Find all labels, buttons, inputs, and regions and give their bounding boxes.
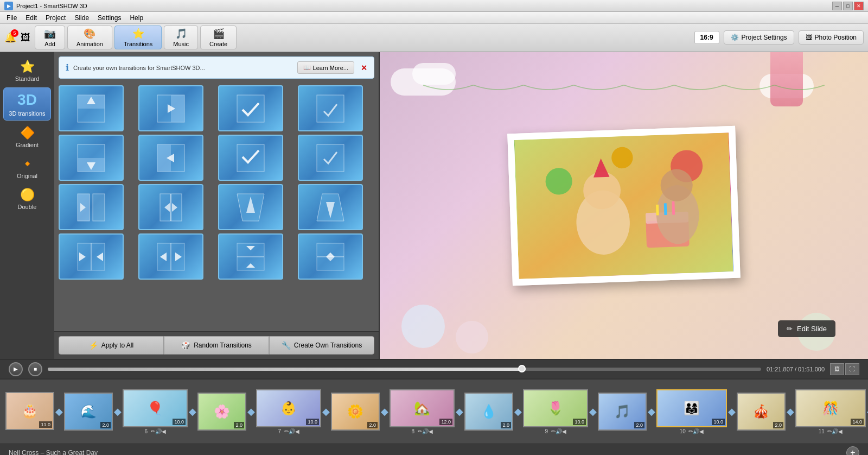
stop-button[interactable]: ■ <box>28 362 42 376</box>
film-thumb-selected[interactable]: 👨‍👩‍👧 10.0 <box>656 389 727 427</box>
category-original-label: Original <box>17 173 37 179</box>
transition-item[interactable] <box>59 135 124 181</box>
cloud-1 <box>391 68 456 96</box>
transition-item[interactable] <box>298 233 363 280</box>
film-thumb[interactable]: 🎵 2.0 <box>598 393 647 431</box>
add-button[interactable]: 📷 Add <box>35 26 65 49</box>
transition-marker[interactable]: ◆ <box>381 393 388 431</box>
menu-edit[interactable]: Edit <box>21 13 41 23</box>
view-photo-button[interactable]: 🖼 <box>830 363 844 375</box>
film-duration: 2.0 <box>634 422 644 428</box>
transition-item[interactable] <box>298 135 363 181</box>
edit-slide-button[interactable]: ✏ Edit Slide <box>778 320 835 337</box>
category-double[interactable]: 🟡 Double <box>3 185 51 213</box>
project-settings-button[interactable]: ⚙️ Project Settings <box>724 30 794 45</box>
random-transitions-button[interactable]: 🎲 Random Transitions <box>164 336 269 355</box>
photo-position-button[interactable]: 🖼 Photo Position <box>799 30 864 45</box>
transition-item[interactable] <box>218 233 283 280</box>
transition-marker[interactable]: ◆ <box>648 393 655 431</box>
transition-item[interactable] <box>138 233 203 280</box>
music-info: Neil Cross – Such a Great Day <box>9 449 98 456</box>
category-gradient[interactable]: 🔶 Gradient <box>3 123 51 151</box>
info-banner-close[interactable]: ✕ <box>361 64 367 72</box>
transition-marker[interactable]: ◆ <box>189 393 196 431</box>
menu-settings[interactable]: Settings <box>93 13 125 23</box>
category-original[interactable]: 🔸 Original <box>3 154 51 182</box>
film-thumb[interactable]: 💧 2.0 <box>464 393 513 431</box>
transition-marker[interactable]: ◆ <box>322 393 330 431</box>
film-thumb[interactable]: 🎊 14.0 <box>795 389 866 427</box>
menu-help[interactable]: Help <box>125 13 148 23</box>
view-fullscreen-button[interactable]: ⛶ <box>845 363 859 375</box>
transition-marker[interactable]: ◆ <box>787 393 794 431</box>
menu-file[interactable]: File <box>2 13 21 23</box>
menu-project[interactable]: Project <box>41 13 70 23</box>
transition-marker[interactable]: ◆ <box>589 393 597 431</box>
close-button[interactable]: ✕ <box>854 2 864 10</box>
film-slide: 🌊 2.0 <box>64 393 113 431</box>
progress-thumb[interactable] <box>518 365 526 372</box>
apply-all-icon: ⚡ <box>89 341 98 350</box>
transition-marker[interactable]: ◆ <box>728 393 736 431</box>
transition-item[interactable] <box>138 135 203 181</box>
transition-item[interactable] <box>59 85 124 131</box>
film-thumb[interactable]: 🎈 10.0 <box>123 389 188 427</box>
film-duration: 10.0 <box>306 419 319 425</box>
transition-item[interactable] <box>138 85 203 131</box>
transitions-grid-container[interactable] <box>54 83 379 331</box>
transitions-button[interactable]: ⭐ Transitions <box>114 26 162 49</box>
transition-marker[interactable]: ◆ <box>247 393 255 431</box>
transition-preview <box>60 86 123 130</box>
film-slide: 🌼 2.0 <box>331 393 380 431</box>
transition-marker[interactable]: ◆ <box>114 393 122 431</box>
transition-item[interactable] <box>59 184 124 230</box>
music-button[interactable]: 🎵 Music <box>164 26 198 49</box>
circle-decor-2 <box>456 321 488 353</box>
film-thumb[interactable]: 🎪 2.0 <box>737 393 786 431</box>
transition-preview <box>139 235 202 279</box>
transition-marker[interactable]: ◆ <box>514 393 522 431</box>
film-thumb[interactable]: 🌼 2.0 <box>331 393 380 431</box>
minimize-button[interactable]: ─ <box>832 2 842 10</box>
learn-more-button[interactable]: 📖 Learn More... <box>297 61 354 74</box>
transition-item[interactable] <box>298 184 363 230</box>
svg-rect-57 <box>672 201 675 214</box>
transition-item[interactable] <box>138 184 203 230</box>
info-banner-text: Create your own transitions for SmartSHO… <box>73 65 205 71</box>
film-thumb[interactable]: 🏡 12.0 <box>390 389 455 427</box>
animation-button[interactable]: 🎨 Animation <box>67 26 112 49</box>
play-button[interactable]: ▶ <box>9 362 23 376</box>
film-thumb[interactable]: 🌷 10.0 <box>523 389 588 427</box>
photo-position-icon: 🖼 <box>806 34 812 41</box>
category-3d[interactable]: 3D 3D transitions <box>3 87 51 121</box>
transition-preview <box>299 136 362 180</box>
window-title: Project1 - SmartSHOW 3D <box>16 3 832 9</box>
add-slide-button[interactable]: + <box>846 446 859 456</box>
film-label: 9 ✏🔊◀ <box>545 428 566 434</box>
create-own-icon: 🔧 <box>282 341 291 350</box>
bottom-bar: Neil Cross – Such a Great Day + <box>0 444 868 455</box>
transition-item[interactable] <box>298 85 363 131</box>
transition-item[interactable] <box>218 135 283 181</box>
notification-button[interactable]: 🔔 5 <box>4 31 16 43</box>
progress-bar[interactable] <box>48 368 761 371</box>
maximize-button[interactable]: □ <box>843 2 853 10</box>
menu-slide[interactable]: Slide <box>70 13 93 23</box>
category-standard[interactable]: ⭐ Standard <box>3 56 51 85</box>
gallery-button[interactable]: 🖼 <box>18 30 33 45</box>
film-thumb[interactable]: 🌊 2.0 <box>64 393 113 431</box>
create-button[interactable]: 🎬 Create <box>200 26 237 49</box>
transition-marker[interactable]: ◆ <box>456 393 463 431</box>
film-thumb[interactable]: 🎂 11.0 <box>5 392 54 430</box>
transition-item[interactable] <box>59 233 124 280</box>
category-gradient-label: Gradient <box>16 142 39 148</box>
transition-item[interactable] <box>218 85 283 131</box>
create-own-transitions-button[interactable]: 🔧 Create Own Transitions <box>269 336 374 355</box>
film-thumb[interactable]: 🌸 2.0 <box>197 393 246 431</box>
category-double-label: Double <box>18 204 37 210</box>
film-thumb[interactable]: 👶 10.0 <box>256 389 321 427</box>
apply-to-all-button[interactable]: ⚡ Apply to All <box>59 336 164 355</box>
bottom-buttons: ⚡ Apply to All 🎲 Random Transitions 🔧 Cr… <box>54 331 379 359</box>
transition-marker[interactable]: ◆ <box>55 393 63 431</box>
transition-item[interactable] <box>218 184 283 230</box>
